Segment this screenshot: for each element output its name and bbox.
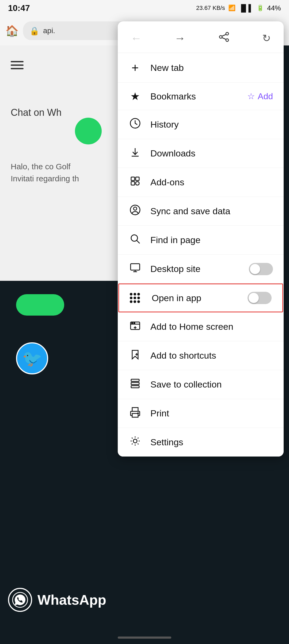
svg-rect-8 (131, 177, 135, 181)
menu-item-downloads[interactable]: Downloads (118, 139, 284, 168)
svg-line-5 (222, 38, 226, 39)
menu-item-save-collection[interactable]: Save to collection (118, 370, 284, 399)
signal-icon: ▐▌▌ (239, 4, 253, 12)
svg-rect-9 (136, 177, 139, 181)
share-icon (218, 31, 230, 43)
status-bar: 10:47 23.67 KB/s 📶 ▐▌▌ 🔋 44% (0, 0, 289, 16)
hamburger-menu[interactable] (11, 59, 24, 71)
addons-label: Add-ons (150, 177, 273, 187)
whatsapp-footer: WhatsApp (8, 588, 106, 612)
home-indicator (118, 637, 171, 639)
downloads-label: Downloads (150, 148, 273, 159)
plus-icon: + (128, 60, 142, 75)
printer-icon (128, 407, 142, 420)
home-icon[interactable]: 🏠 (5, 25, 19, 37)
menu-item-settings[interactable]: Settings (118, 428, 284, 457)
menu-item-print[interactable]: Print (118, 399, 284, 428)
svg-point-32 (133, 439, 137, 443)
menu-nav-row: ← → ↻ (118, 21, 284, 53)
svg-rect-28 (131, 386, 139, 388)
menu-item-bookmarks[interactable]: ★ Bookmarks ☆ Add (118, 83, 284, 110)
svg-rect-26 (131, 379, 139, 381)
menu-item-add-home-screen[interactable]: Add to Home screen (118, 312, 284, 341)
svg-point-31 (137, 412, 139, 414)
svg-point-12 (134, 207, 137, 210)
find-in-page-label: Find in page (150, 235, 273, 245)
svg-rect-30 (132, 413, 138, 417)
svg-rect-10 (131, 182, 135, 185)
desktop-site-toggle[interactable] (249, 263, 273, 275)
new-tab-label: New tab (150, 63, 273, 73)
desktop-site-label: Desktop site (150, 264, 240, 274)
download-icon (128, 147, 142, 160)
gear-icon (128, 435, 142, 449)
puzzle-icon (128, 175, 142, 189)
clock-icon (128, 118, 142, 131)
bookmark-add-addon[interactable]: ☆ Add (247, 91, 273, 101)
bookmarks-label: Bookmarks (150, 91, 239, 102)
open-in-app-label: Open in app (152, 293, 239, 303)
toggle-knob-app (249, 293, 259, 303)
add-home-screen-label: Add to Home screen (150, 321, 273, 332)
menu-item-add-shortcuts[interactable]: Add to shortcuts (118, 341, 284, 370)
browser-menu-dropdown: ← → ↻ + New tab ★ Bookmarks ☆ Add (118, 21, 284, 457)
bookmark-add-icon (128, 349, 142, 362)
green-pill-button[interactable] (16, 294, 64, 316)
refresh-button[interactable]: ↻ (260, 30, 273, 46)
address-text: api. (43, 26, 55, 35)
home-add-icon (128, 320, 142, 333)
svg-point-21 (134, 323, 135, 324)
menu-item-addons[interactable]: Add-ons (118, 168, 284, 197)
save-collection-label: Save to collection (150, 379, 273, 390)
chat-on-whatsapp-text: Chat on Wh (11, 107, 62, 118)
dots-grid-icon (130, 293, 143, 303)
battery-icon: 🔋 (257, 5, 264, 11)
network-speed: 23.67 KB/s (196, 5, 225, 11)
status-time: 10:47 (8, 3, 30, 13)
whatsapp-logo (8, 588, 32, 612)
forward-button[interactable]: → (172, 30, 188, 47)
svg-point-20 (132, 323, 133, 324)
sync-label: Sync and save data (150, 206, 273, 216)
svg-rect-15 (131, 264, 140, 270)
settings-label: Settings (150, 437, 273, 447)
lock-icon: 🔒 (29, 26, 39, 36)
svg-rect-29 (132, 408, 138, 411)
print-label: Print (150, 408, 273, 419)
add-shortcuts-label: Add to shortcuts (150, 350, 273, 361)
bookmark-add-text: Add (258, 91, 273, 101)
status-icons: 23.67 KB/s 📶 ▐▌▌ 🔋 44% (196, 4, 281, 12)
menu-item-history[interactable]: History (118, 110, 284, 139)
wifi-icon: 📶 (228, 5, 235, 11)
search-icon (128, 233, 142, 247)
monitor-icon (128, 262, 142, 276)
svg-point-1 (226, 32, 229, 35)
svg-line-14 (137, 240, 140, 243)
menu-item-open-in-app[interactable]: Open in app (118, 283, 283, 312)
svg-point-3 (226, 39, 229, 41)
person-circle-icon (128, 204, 142, 218)
menu-item-sync[interactable]: Sync and save data (118, 197, 284, 226)
collection-icon (128, 378, 142, 391)
svg-point-13 (131, 235, 138, 241)
open-in-app-toggle[interactable] (248, 292, 272, 304)
whatsapp-green-button[interactable] (75, 118, 102, 144)
toggle-knob (250, 264, 260, 274)
share-button[interactable] (216, 29, 232, 47)
back-button[interactable]: ← (128, 30, 144, 47)
page-body-text: Halo, the co Golf Invitati regarding th (11, 160, 80, 185)
svg-point-2 (219, 36, 222, 38)
menu-item-find-in-page[interactable]: Find in page (118, 226, 284, 255)
menu-item-new-tab[interactable]: + New tab (118, 53, 284, 83)
whatsapp-label: WhatsApp (37, 592, 106, 608)
history-label: History (150, 119, 273, 130)
bookmark-add-star-icon: ☆ (247, 91, 255, 101)
svg-line-4 (222, 34, 226, 36)
star-icon: ★ (128, 90, 142, 102)
menu-item-desktop-site[interactable]: Desktop site (118, 255, 284, 283)
battery-percent: 44% (267, 4, 281, 12)
whatsapp-logo-svg (12, 592, 28, 608)
twitter-icon[interactable]: 🐦 (16, 342, 48, 374)
svg-rect-27 (131, 382, 139, 385)
